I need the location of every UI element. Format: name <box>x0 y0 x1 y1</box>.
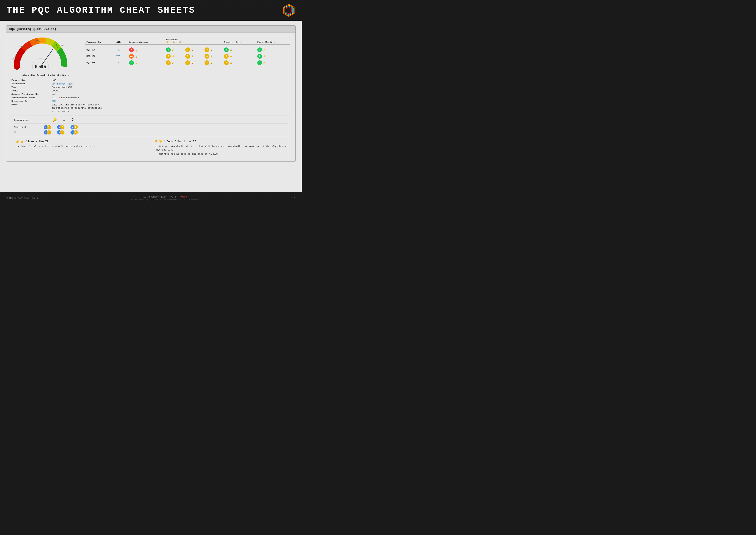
size-label: Size <box>14 131 44 134</box>
type-label: Type <box>12 86 50 89</box>
recommended-value: TBD <box>52 99 290 103</box>
pencil-icon: ✏️ <box>63 118 65 122</box>
cons-column: 👎 👎 / Cons / Don't Use If: Not yet stand… <box>150 140 288 156</box>
size-col2: s 7 <box>57 130 65 134</box>
spec-label: Specification <box>12 82 50 85</box>
pros-header: 👍 👍 / Pros / Use If: <box>16 140 148 143</box>
perf-enc-192: 3 🔒 <box>184 53 203 60</box>
page-footer: © Mario Schiener in ⚙ 10 November 2024 –… <box>0 192 302 204</box>
prev-name-label: Previous Name <box>12 79 50 82</box>
impl-rows: Complexity c 7 c 7 c <box>14 124 288 134</box>
perf-enc-128: 3 🔒 <box>184 46 203 53</box>
gauge-section: Unusable Poor Good Perfect 1-3 4-5 6-8 9… <box>12 38 80 76</box>
perf-key-icon: 🔑 <box>166 41 169 43</box>
pubkey-256: 2 🔑 <box>256 60 290 66</box>
table-row: HQC-192 TBD III 🔒 3 🔑 <box>85 53 290 60</box>
svg-marker-3 <box>286 7 292 14</box>
complexity-col2: c 7 <box>57 125 65 129</box>
complexity-col3: c 7 <box>70 125 78 129</box>
th-performance: Performance 🔑 🔒 🔒 <box>164 38 222 44</box>
complexity-label: Complexity <box>14 126 44 128</box>
perf-key-256: 3 🔑 <box>164 60 184 66</box>
type-value: Encryption/KEM <box>52 86 290 89</box>
key-icon: 🔑 <box>52 118 57 122</box>
th-pubkey: Public Key Size <box>256 38 290 44</box>
whitespace <box>3 164 299 190</box>
header-logo <box>282 4 295 17</box>
naming-label: Naming <box>12 103 50 113</box>
prev-name-value: HQC <box>52 79 290 82</box>
table-row: HQC-128 TBD I 🔒 2 🔑 <box>85 46 290 53</box>
complexity-col1: c 7 <box>44 125 51 129</box>
spec-value: 🔗 Project Page <box>52 82 290 85</box>
cons-item-1: Not yet standardized. Note that NIST int… <box>156 145 286 152</box>
cons-header: 👎 👎 / Cons / Don't Use If: <box>154 140 286 143</box>
perf-dec-128: 3 🔒 <box>203 46 222 53</box>
pubkey-128: 1 🔑 <box>256 46 290 53</box>
svg-point-15 <box>40 66 41 68</box>
th-param-set: Parameter Set <box>85 38 115 44</box>
svg-text:9-10: 9-10 <box>53 47 58 49</box>
param-name: HQC-256 <box>85 60 115 66</box>
th-ciphertext: Ciphertext Size <box>222 38 256 44</box>
impl-header: Implementation 🔑 ✏️ ? <box>14 118 288 124</box>
svg-text:4-5: 4-5 <box>30 44 34 46</box>
suitable-value: Yes <box>52 93 290 96</box>
impl-label: Implementation <box>14 119 44 122</box>
gauge-label: Algorithm Overall Usability Score <box>12 74 80 76</box>
perf-dec-icon: 🔒 <box>179 41 181 43</box>
perf-key-192: 3 🔑 <box>164 53 184 60</box>
perf-dec-192: 4 🔒 <box>203 53 222 60</box>
standardization-value: 4th round candidate <box>52 96 290 99</box>
family-value: Codes <box>52 89 290 92</box>
size-icons: s 7 s 7 s 7 <box>44 130 78 134</box>
svg-marker-2 <box>285 6 292 15</box>
pros-item: Possible alternative to ML-KEM not based… <box>18 145 148 148</box>
cons-item-2: Metrics not as good as the ones of ML-KE… <box>156 153 286 156</box>
pros-column: 👍 👍 / Pros / Use If: Possible alternativ… <box>14 140 150 156</box>
project-page-link[interactable]: 🔗 Project Page <box>52 82 73 85</box>
suitable-label: Suitable For General Use <box>12 93 50 96</box>
info-section: Previous Name HQC Specification 🔗 Projec… <box>9 76 292 113</box>
pros-list: Possible alternative to ML-KEM not based… <box>16 145 148 148</box>
param-name: HQC-192 <box>85 53 115 60</box>
oid-value: TBD <box>115 46 127 53</box>
page-header: The PQC Algorithm Cheat Sheets <box>0 0 302 21</box>
gauge-svg: Unusable Poor Good Perfect 1-3 4-5 6-8 9… <box>12 38 69 72</box>
footer-page-number: 13 <box>292 197 295 199</box>
linkedin-icon: in <box>32 197 35 199</box>
standardization-label: Standardization Status <box>12 96 50 99</box>
complexity-row: Complexity c 7 c 7 c <box>14 125 288 129</box>
svg-text:Perfect: Perfect <box>56 44 65 46</box>
table-row: HQC-256 TBD V 🔒 3 🔑 <box>85 60 290 66</box>
question-icon: ? <box>72 118 74 122</box>
implementation-section: Implementation 🔑 ✏️ ? Complexity c <box>12 116 290 134</box>
cons-list: Not yet standardized. Note that NIST int… <box>154 145 286 156</box>
footer-center: 10 November 2024 – v0.6 – Draft No respo… <box>131 196 200 201</box>
svg-text:6-8: 6-8 <box>39 41 42 43</box>
svg-text:Poor: Poor <box>20 46 25 48</box>
perf-enc-icon: 🔒 <box>173 41 175 43</box>
hqc-card: HQC (Hamming-Quasi-Cyclic) <box>6 25 296 161</box>
security-badge: III 🔒 <box>127 53 164 60</box>
th-security: Security Category <box>127 38 164 44</box>
size-col1: s 7 <box>44 130 51 134</box>
size-row: Size s 7 s 7 s 7 <box>14 130 288 134</box>
page-title: The PQC Algorithm Cheat Sheets <box>7 5 195 15</box>
security-badge: I 🔒 <box>127 46 164 53</box>
th-oid: OID <box>115 38 127 44</box>
cipher-256: 3 🔒 <box>222 60 256 66</box>
param-name: HQC-128 <box>85 46 115 53</box>
param-table: Parameter Set OID Security Category Perf… <box>85 38 290 66</box>
pubkey-192: 2 🔑 <box>256 53 290 60</box>
thumbs-down-icon: 👎 <box>154 140 157 143</box>
perf-dec-256: 4 🔒 <box>203 60 222 66</box>
cipher-128: 2 🔒 <box>222 46 256 53</box>
perf-key-128: 2 🔑 <box>164 46 184 53</box>
thumbs-up-icon: 👍 <box>16 140 19 143</box>
recommended-label: Recommended By <box>12 99 50 103</box>
info-grid: Previous Name HQC Specification 🔗 Projec… <box>12 79 290 113</box>
naming-value: 128, 192 and 256 bits of securityin refe… <box>52 103 290 113</box>
perf-enc-256: 4 🔒 <box>184 60 203 66</box>
family-label: Family <box>12 89 50 92</box>
